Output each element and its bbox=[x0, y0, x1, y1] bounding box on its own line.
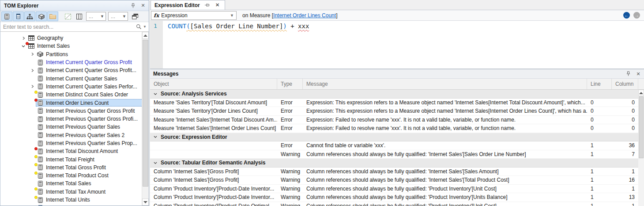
tree-item[interactable]: Internet Current Quarter Gross Profit... bbox=[0, 66, 149, 74]
tree-item-label: Internet Total Units bbox=[46, 197, 90, 203]
message-row[interactable]: Measure 'Sales Territory'[Total Discount… bbox=[150, 99, 638, 107]
message-cell-object: Measure 'Sales Territory'[Total Discount… bbox=[150, 99, 277, 107]
folder-icon bbox=[49, 14, 56, 19]
tree-item[interactable]: Internet Previous Quarter Gross Profi... bbox=[0, 115, 149, 123]
measure-link[interactable]: Internet Order Lines Count bbox=[273, 12, 336, 19]
tree-item[interactable]: Internet Sales bbox=[0, 42, 149, 50]
message-row[interactable]: Column 'Product Inventory'[Product-Date … bbox=[150, 202, 638, 206]
dax-code-editor[interactable]: 1 COUNT([Sales Order Line Number]) + xxx bbox=[150, 21, 644, 69]
collapse-icon bbox=[153, 135, 158, 139]
tree-item-label: Internet Total Product Cost bbox=[46, 172, 109, 179]
message-group-header[interactable]: Source: Analysis Services bbox=[150, 90, 638, 99]
search-icon[interactable] bbox=[135, 23, 142, 31]
navigate-back-button[interactable]: ← bbox=[623, 12, 630, 19]
tree-item-label: Internet Total Freight bbox=[46, 156, 94, 163]
scroll-up-icon[interactable] bbox=[142, 32, 149, 39]
message-cell-message: Expression: This expression refers to a … bbox=[303, 99, 587, 107]
message-group-header[interactable]: Source: Tabular Editor Semantic Analysis bbox=[150, 159, 638, 168]
tree-item[interactable]: Internet Total Tax Amount bbox=[0, 188, 149, 196]
expander-collapsed-icon[interactable] bbox=[20, 36, 27, 40]
code-line[interactable]: COUNT([Sales Order Line Number]) + xxx bbox=[168, 21, 644, 30]
messages-scrollbar[interactable] bbox=[638, 90, 644, 206]
close-icon[interactable]: ✕ bbox=[635, 70, 642, 77]
translation-select[interactable]: ...▼ bbox=[108, 12, 128, 21]
pin-icon[interactable] bbox=[625, 70, 632, 77]
tree-item[interactable]: Internet Current Quarter Sales Perfor... bbox=[0, 83, 149, 91]
expander-collapsed-icon[interactable] bbox=[29, 84, 36, 88]
tree-item-label: Internet Current Quarter Sales Perfor... bbox=[46, 84, 137, 90]
tree-item[interactable]: Internet Previous Quarter Sales 2 bbox=[0, 131, 149, 139]
tree-item[interactable]: Internet Total Product Cost bbox=[0, 172, 149, 179]
pin-icon[interactable] bbox=[203, 2, 211, 9]
tree-item[interactable]: Internet Total Gross Profit bbox=[0, 164, 149, 172]
toggle-columns-button[interactable] bbox=[13, 11, 24, 21]
tree-item[interactable]: Internet Total Sales bbox=[0, 179, 149, 187]
tabular-editor-window: TOM Explorer ✕ ...▼...▼ ▼ GeographyInter… bbox=[0, 0, 644, 206]
close-icon[interactable]: ✕ bbox=[214, 2, 221, 9]
tree-scrollbar[interactable] bbox=[142, 32, 149, 206]
toggle-hierarchies-button[interactable] bbox=[24, 11, 35, 21]
expander-collapsed-icon[interactable] bbox=[29, 52, 36, 56]
tree-item[interactable]: Internet Total Units bbox=[0, 196, 149, 204]
message-group-header[interactable]: Source: Expression Editor bbox=[150, 133, 638, 142]
message-cell-column: 13 bbox=[612, 193, 638, 202]
tree-item[interactable]: Internet Previous Quarter Gross Profit bbox=[0, 107, 149, 115]
message-row[interactable]: WarningColumn references should always b… bbox=[150, 150, 638, 159]
toggle-display-folders-button[interactable] bbox=[47, 11, 58, 21]
tree-item[interactable]: Internet Total Discount Amount bbox=[0, 147, 149, 155]
tree-item[interactable]: Internet Previous Quarter Sales Prop... bbox=[0, 139, 149, 147]
tree-item[interactable]: Carrier Tracking Number bbox=[0, 204, 149, 206]
tree-item[interactable]: Partitions bbox=[0, 50, 149, 58]
columnsview-icon bbox=[76, 14, 82, 19]
measure-icon bbox=[38, 181, 43, 187]
tree-item[interactable]: Internet Previous Quarter Sales bbox=[0, 123, 149, 131]
toggle-measures-button[interactable] bbox=[1, 11, 12, 21]
tree-item[interactable]: Internet Total Freight bbox=[0, 155, 149, 163]
message-row[interactable]: ErrorCannot find table or variable 'xxx'… bbox=[150, 141, 638, 150]
tree-item[interactable]: Internet Current Quarter Gross Profit bbox=[0, 58, 149, 66]
toggle-partitions-button[interactable] bbox=[36, 11, 47, 21]
tree-item[interactable]: Geography bbox=[0, 34, 149, 42]
code-token: [Sales Order Line Number] bbox=[190, 23, 283, 30]
message-row[interactable]: Measure 'Internet Sales'[Internet Order … bbox=[150, 124, 638, 133]
navigate-forward-button[interactable]: → bbox=[633, 12, 640, 19]
toggle-hidden-objects-button[interactable] bbox=[62, 11, 73, 21]
toggle-object-columns-button[interactable] bbox=[74, 11, 85, 21]
message-cell-line: 1 bbox=[587, 185, 612, 193]
message-row[interactable]: Column 'Internet Sales'[Gross Profit]War… bbox=[150, 168, 638, 176]
sort-objects-button[interactable] bbox=[129, 11, 140, 21]
pin-icon[interactable] bbox=[129, 2, 136, 9]
column-header-type[interactable]: Type bbox=[277, 79, 303, 89]
search-options-caret-icon[interactable]: ▼ bbox=[143, 25, 147, 29]
search-input[interactable] bbox=[0, 23, 135, 31]
message-row[interactable]: Measure 'Internet Sales'[Internet Total … bbox=[150, 116, 638, 125]
code-token: ) bbox=[283, 23, 286, 30]
message-cell-column: 36 bbox=[612, 141, 638, 150]
message-row[interactable]: Measure 'Sales Territory'[Order Lines Co… bbox=[150, 107, 638, 116]
message-row[interactable]: Column 'Product Inventory'[Product-Date … bbox=[150, 193, 638, 202]
column-header-line[interactable]: Line bbox=[587, 79, 612, 89]
tab-expression-editor[interactable]: Expression Editor ✕ bbox=[151, 0, 225, 10]
scrollbar-thumb[interactable] bbox=[143, 40, 148, 187]
message-row[interactable]: Column 'Internet Sales'[Gross Profit]War… bbox=[150, 176, 638, 185]
scrollbar-thumb[interactable] bbox=[639, 96, 644, 158]
tree-item[interactable]: Internet Current Quarter Sales bbox=[0, 74, 149, 82]
perspective-select[interactable]: ...▼ bbox=[86, 12, 106, 21]
property-selector-dropdown[interactable]: fx Expression ▼ bbox=[151, 11, 237, 20]
tree-item[interactable]: Internet Distinct Count Sales Order bbox=[0, 91, 149, 99]
expander-collapsed-icon[interactable] bbox=[29, 69, 36, 72]
cascade-icon bbox=[132, 14, 138, 19]
measure-icon bbox=[38, 116, 43, 122]
measure-icon bbox=[38, 132, 43, 138]
message-cell-column: 7 bbox=[612, 150, 638, 159]
column-header-object[interactable]: Object bbox=[150, 79, 277, 89]
scroll-down-icon[interactable] bbox=[142, 198, 149, 206]
message-row[interactable]: Column 'Product Inventory'[Product-Date … bbox=[150, 185, 638, 194]
tree-item[interactable]: Internet Order Lines Count bbox=[0, 99, 149, 107]
close-icon[interactable]: ✕ bbox=[139, 2, 147, 9]
scroll-up-icon[interactable] bbox=[638, 90, 644, 96]
dropdown-value: ... bbox=[111, 13, 115, 19]
column-header-message[interactable]: Message bbox=[303, 79, 587, 89]
column-header-column[interactable]: Column bbox=[612, 79, 638, 89]
code-token: xxx bbox=[298, 23, 309, 30]
